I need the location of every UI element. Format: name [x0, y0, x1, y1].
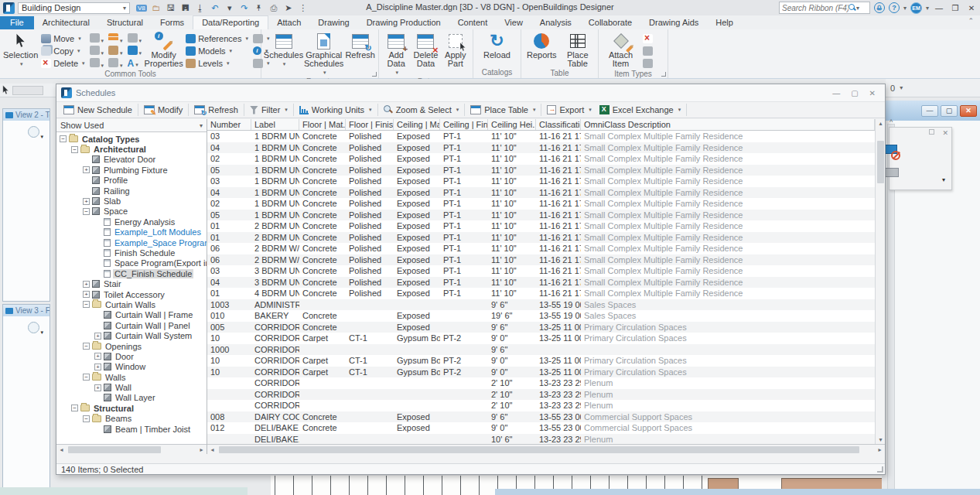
expand-icon[interactable]: + [94, 333, 101, 340]
schedules-button[interactable]: Schedules [265, 31, 302, 68]
tab-help[interactable]: Help [707, 16, 742, 29]
filter-button[interactable]: Filter [246, 103, 292, 117]
tree-item-space-program-export-in-numeric[interactable]: Space Program(Export in Numeric [56, 258, 207, 268]
excel-exchange-button[interactable]: Excel Exchange [596, 103, 685, 117]
tree-item-curtain-wall-panel[interactable]: Curtain Wall | Panel [56, 320, 207, 330]
dialog-restore-icon[interactable] [929, 129, 934, 135]
view1-window-titlebar[interactable]: — ▢ ✕ [886, 101, 980, 121]
ribbon-small-button[interactable] [128, 46, 142, 56]
restore-button[interactable]: ❐ [949, 2, 961, 13]
table-row[interactable]: 008DAIRY COO...ConcreteExposed9' 6"13-55… [207, 411, 875, 423]
table-vscrollbar[interactable]: ▴ ▾ [875, 119, 885, 444]
column-header-omniclass-description[interactable]: OmniClass Description [581, 119, 875, 130]
tab-view[interactable]: View [496, 16, 531, 29]
ribbon-small-button[interactable] [108, 33, 123, 44]
expand-icon[interactable]: + [83, 291, 90, 298]
tab-architectural[interactable]: Architectural [34, 16, 98, 29]
table-row[interactable]: CORRIDOR ...2' 10"13-23 23 29Plenum [207, 389, 875, 401]
reports-button[interactable]: Reports [524, 31, 559, 60]
table-hscrollbar[interactable]: ◂ ▸ [207, 444, 885, 454]
tree-item-architectural[interactable]: −Architectural [56, 144, 207, 154]
search-input[interactable] [782, 4, 849, 12]
collapse-icon[interactable]: − [83, 343, 90, 350]
collapse-icon[interactable]: − [83, 415, 90, 422]
ribbon-small-button[interactable] [641, 45, 654, 56]
scroll-right-icon[interactable]: ▸ [875, 446, 885, 453]
models-button[interactable]: Models [184, 45, 250, 56]
dialog-close-button[interactable]: ✕ [869, 89, 876, 97]
column-header-floor-finish[interactable]: Floor | Finish [346, 119, 394, 130]
tab-drawing[interactable]: Drawing [309, 16, 357, 29]
view-close-button[interactable]: ✕ [960, 105, 977, 117]
table-row[interactable]: 041 BDRM UN...ConcretePolishedExposedPT-… [207, 142, 875, 154]
expand-icon[interactable]: + [83, 281, 90, 288]
table-row[interactable]: 033 BDRM UN...ConcretePolishedExposedPT-… [207, 265, 875, 277]
collapse-icon[interactable]: − [83, 374, 90, 381]
copy-button[interactable]: Copy [39, 45, 86, 56]
table-row[interactable]: 005CORRIDORConcreteExposed9' 6"13-25 11 … [207, 322, 875, 333]
collapse-icon[interactable]: − [71, 146, 78, 153]
table-row[interactable]: 021 BDRM UN...ConcretePolishedExposedPT-… [207, 153, 875, 165]
table-row[interactable]: 012DELI/BAKE...ConcreteExposed9' 0"13-55… [207, 422, 875, 434]
expand-icon[interactable]: + [83, 198, 90, 205]
dialog-close-icon[interactable]: ✕ [942, 129, 948, 137]
tab-structural[interactable]: Structural [98, 16, 152, 29]
tree-item-toilet-accessory[interactable]: +Toilet Accessory [56, 289, 207, 299]
undo-icon[interactable]: ↶ [210, 2, 220, 13]
tree-item-railing[interactable]: Railing [56, 186, 207, 196]
place-table-button[interactable]: Place Table [466, 103, 539, 117]
table-row[interactable]: 1003ADMINISTR...9' 6"13-55 19 00Sales Sp… [207, 299, 875, 311]
dialog-minimize-button[interactable]: — [832, 89, 840, 97]
chevron-down-icon[interactable]: ▾ [942, 176, 945, 183]
table-row[interactable]: 012 BDRM UN...ConcretePolishedExposedPT-… [207, 220, 875, 232]
import-icon[interactable]: ⭳ [195, 2, 206, 13]
chevron-down-icon[interactable]: ▾ [903, 5, 907, 12]
tab-file[interactable]: File [0, 16, 34, 29]
collapse-icon[interactable]: − [60, 135, 67, 142]
move-button[interactable]: Move [39, 32, 86, 44]
add-data-button[interactable]: + Add Data [382, 31, 410, 77]
attach-item-button[interactable]: Attach Item [602, 31, 640, 68]
tree-item-example-loft-modules[interactable]: Example_Loft Modules [56, 227, 207, 237]
tree-item-curtain-walls[interactable]: −Curtain Walls [56, 299, 207, 309]
table-row[interactable]: 041 BDRM UN...ConcretePolishedExposedPT-… [207, 187, 875, 199]
table-row[interactable]: 012 BDRM UN...ConcretePolishedExposedPT-… [207, 232, 875, 244]
undo-menu-icon[interactable]: ▾ [224, 2, 235, 13]
reload-button[interactable]: ↻ Reload [478, 31, 516, 60]
tree-item-door[interactable]: +Door [56, 351, 207, 361]
workflow-badge-icon[interactable]: V8 [136, 5, 147, 12]
modify-properties-button[interactable]: i Modify Properties [145, 31, 183, 68]
tree-item-walls[interactable]: −Walls [56, 372, 207, 382]
chevron-down-icon[interactable]: ▾ [900, 84, 903, 91]
search-icon[interactable] [849, 4, 856, 12]
column-header-floor-mat[interactable]: Floor | Mat... [299, 119, 346, 130]
working-units-button[interactable]: Working Units [295, 103, 376, 117]
tree-item-beams[interactable]: −Beams [56, 414, 207, 424]
ribbon-small-button[interactable] [128, 33, 142, 44]
delete-button[interactable]: Delete [39, 57, 86, 69]
print-icon[interactable]: ⎙ [268, 2, 279, 13]
tab-forms[interactable]: Forms [152, 16, 193, 29]
tree-hscrollbar[interactable]: ◂ ▸ [56, 444, 207, 454]
view2-window[interactable]: View 2 - Top [2, 108, 50, 302]
column-header-ceiling-hei[interactable]: Ceiling Hei... [488, 119, 536, 130]
tab-collaborate[interactable]: Collaborate [580, 16, 640, 29]
tree-item-plumbing-fixture[interactable]: +Plumbing Fixture [56, 165, 207, 175]
collapse-icon[interactable]: − [71, 405, 78, 411]
scroll-up-icon[interactable]: ▴ [876, 120, 885, 127]
tree-item-cc-finish-schedule[interactable]: CC_Finish Schedule [56, 268, 207, 278]
apply-part-button[interactable]: Apply Part [442, 31, 470, 68]
new-schedule-button[interactable]: New Schedule [60, 103, 136, 117]
close-button[interactable]: ✕ [965, 2, 978, 13]
tree-item-elevator-door[interactable]: Elevator Door [56, 155, 207, 165]
table-row[interactable]: 051 BDRM UN...ConcretePolishedExposedPT-… [207, 210, 875, 221]
ribbon-small-button[interactable] [90, 58, 104, 69]
ribbon-small-button[interactable] [90, 46, 104, 56]
save-settings-icon[interactable]: 🖪 [180, 2, 191, 13]
selection-button[interactable]: Selection [3, 31, 38, 68]
view-rotation-icon[interactable] [28, 126, 39, 138]
table-row[interactable]: 10CORRIDORCarpetCT-1Gypsum Bo...PT-29' 0… [207, 333, 875, 344]
levels-button[interactable]: Levels [184, 57, 250, 69]
tree-item-openings[interactable]: −Openings [56, 341, 207, 351]
tree-item-wall-layer[interactable]: Wall Layer [56, 393, 207, 403]
